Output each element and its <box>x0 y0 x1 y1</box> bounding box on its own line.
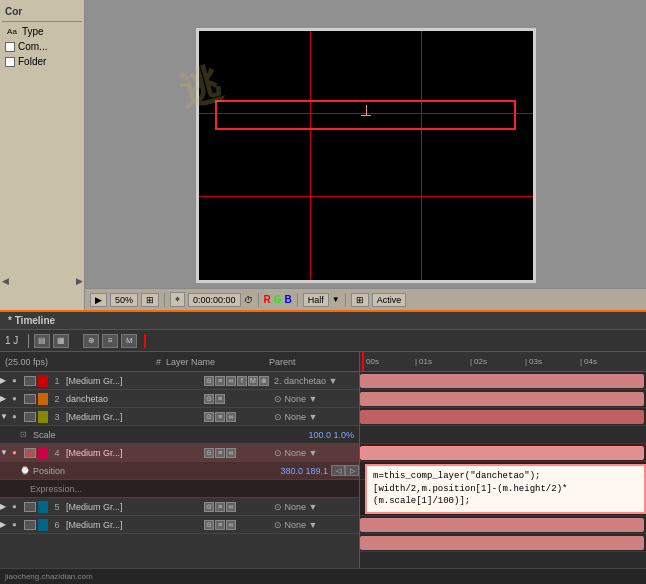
checkbox-4[interactable] <box>24 448 36 458</box>
sw3-3[interactable]: ∞ <box>226 412 236 422</box>
expand-2[interactable]: ▶ <box>0 394 12 403</box>
parent-2[interactable]: ⊙ None ▼ <box>274 394 359 404</box>
layer-row-1[interactable]: ▶ ● 1 [Medium Gr...] ⊙ ≡ ∞ f M ⊗ 2. danc… <box>0 372 359 390</box>
quality-select[interactable]: Half <box>303 293 329 307</box>
sw4-1[interactable]: ⊙ <box>204 448 214 458</box>
expand-6[interactable]: ▶ <box>0 520 12 529</box>
sw2-5 <box>248 394 258 404</box>
expr-line-1: m=this_comp_layer("danchetao"); <box>373 470 638 483</box>
expand-3[interactable]: ▼ <box>0 412 12 421</box>
checkbox-2[interactable] <box>24 394 36 404</box>
tl-btn-2[interactable]: ▦ <box>53 334 69 348</box>
time-display[interactable]: 0:00:00:00 <box>188 293 241 307</box>
layer-row-expression: Expression... <box>0 480 359 498</box>
sw1-4[interactable]: f <box>237 376 247 386</box>
sw1-3[interactable]: ∞ <box>226 376 236 386</box>
eye-1[interactable]: ● <box>12 376 24 385</box>
parent-4[interactable]: ⊙ None ▼ <box>274 448 359 458</box>
snapping-icon[interactable]: ⌖ <box>170 292 185 307</box>
num-4: 4 <box>50 448 64 458</box>
sw1-2[interactable]: ≡ <box>215 376 225 386</box>
color-g: G <box>274 294 282 305</box>
quality-arrow[interactable]: ▼ <box>332 295 340 304</box>
expand-1[interactable]: ▶ <box>0 376 12 385</box>
folder-checkbox[interactable] <box>5 57 15 67</box>
checkbox-6[interactable] <box>24 520 36 530</box>
left-panel-label: Cor <box>2 4 82 19</box>
eye-4[interactable]: ● <box>12 448 24 457</box>
zoom-icon[interactable]: ⊞ <box>141 293 159 307</box>
name-6: [Medium Gr...] <box>64 520 204 530</box>
sw1-1[interactable]: ⊙ <box>204 376 214 386</box>
active-display[interactable]: Active <box>372 293 407 307</box>
eye-3[interactable]: ● <box>12 412 24 421</box>
parent-6[interactable]: ⊙ None ▼ <box>274 520 359 530</box>
sw2-2[interactable]: ≡ <box>215 394 225 404</box>
tl-btn-M[interactable]: M <box>121 334 137 348</box>
comp-checkbox[interactable] <box>5 42 15 52</box>
scale-value[interactable]: 100.0 1.0% <box>308 430 359 440</box>
playhead-indicator <box>144 334 146 348</box>
pos-btn-2[interactable]: ▷ <box>345 465 359 476</box>
num-1: 1 <box>50 376 64 386</box>
layer-row-6[interactable]: ▶ ● 6 [Medium Gr...] ⊙ ≡ ∞ ⊙ None ▼ <box>0 516 359 534</box>
grid-btn[interactable]: ⊞ <box>351 293 369 307</box>
bar-1 <box>360 374 644 388</box>
layer-row-2[interactable]: ▶ ● 2 danchetao ⊙ ≡ ⊙ None ▼ <box>0 390 359 408</box>
track-ruler: 00s 01s 02s 03s 04s <box>360 352 646 372</box>
time-icon: ⏱ <box>244 295 253 305</box>
layer-list-header: (25.00 fps) # Layer Name Parent <box>0 352 359 372</box>
layer-row-4[interactable]: ▼ ● 4 [Medium Gr...] ⊙ ≡ ∞ ⊙ None ▼ <box>0 444 359 462</box>
sw2-4 <box>237 394 247 404</box>
checkbox-1[interactable] <box>24 376 36 386</box>
left-panel-comp[interactable]: Com... <box>2 39 82 54</box>
scale-label: Scale <box>30 430 308 440</box>
tl-btn-3[interactable]: ⊕ <box>83 334 99 348</box>
sw5-2[interactable]: ≡ <box>215 502 225 512</box>
play-btn[interactable]: ▶ <box>90 293 107 307</box>
zoom-display[interactable]: 50% <box>110 293 138 307</box>
checkbox-5[interactable] <box>24 502 36 512</box>
num-2: 2 <box>50 394 64 404</box>
left-panel-type[interactable]: Aa Type <box>2 24 82 39</box>
bar-2 <box>360 392 644 406</box>
eye-6[interactable]: ● <box>12 520 24 529</box>
parent-3[interactable]: ⊙ None ▼ <box>274 412 359 422</box>
sw5-1[interactable]: ⊙ <box>204 502 214 512</box>
sw1-6[interactable]: ⊗ <box>259 376 269 386</box>
parent-5[interactable]: ⊙ None ▼ <box>274 502 359 512</box>
pos-stopwatch[interactable]: ⌚ <box>20 466 30 475</box>
expand-4[interactable]: ▼ <box>0 448 12 457</box>
sw4-2[interactable]: ≡ <box>215 448 225 458</box>
sw5-3[interactable]: ∞ <box>226 502 236 512</box>
expression-box: m=this_comp_layer("danchetao"); [width/2… <box>365 464 646 514</box>
tl-btn-1[interactable]: ▤ <box>34 334 50 348</box>
comp-canvas <box>196 28 536 283</box>
toolbar-divider-2 <box>258 293 259 307</box>
pos-btn-1[interactable]: ◁ <box>331 465 345 476</box>
layer-row-3[interactable]: ▼ ● 3 [Medium Gr...] ⊙ ≡ ∞ ⊙ None ▼ <box>0 408 359 426</box>
scroll-right-btn[interactable]: ▶ <box>76 276 83 286</box>
parent-1[interactable]: 2. danchetao ▼ <box>274 376 359 386</box>
timeline-content: (25.00 fps) # Layer Name Parent ▶ ● 1 [M… <box>0 352 646 568</box>
eye-2[interactable]: ● <box>12 394 24 403</box>
track-4 <box>360 444 646 462</box>
sw6-3[interactable]: ∞ <box>226 520 236 530</box>
sw3-1[interactable]: ⊙ <box>204 412 214 422</box>
layer-row-5[interactable]: ▶ ● 5 [Medium Gr...] ⊙ ≡ ∞ ⊙ None ▼ <box>0 498 359 516</box>
sw1-5[interactable]: M <box>248 376 258 386</box>
checkbox-3[interactable] <box>24 412 36 422</box>
pos-value[interactable]: 380.0 189.1 <box>280 466 331 476</box>
sw6-2[interactable]: ≡ <box>215 520 225 530</box>
toolbar-divider-3 <box>297 293 298 307</box>
left-panel-folder[interactable]: Folder <box>2 54 82 69</box>
sw6-1[interactable]: ⊙ <box>204 520 214 530</box>
footer-bar: jiaocheng.chazidian.com <box>0 568 646 584</box>
scroll-left-btn[interactable]: ◀ <box>2 276 9 286</box>
tl-btn-4[interactable]: ≡ <box>102 334 118 348</box>
eye-5[interactable]: ● <box>12 502 24 511</box>
sw2-1[interactable]: ⊙ <box>204 394 214 404</box>
sw3-2[interactable]: ≡ <box>215 412 225 422</box>
sw4-3[interactable]: ∞ <box>226 448 236 458</box>
expand-5[interactable]: ▶ <box>0 502 12 511</box>
